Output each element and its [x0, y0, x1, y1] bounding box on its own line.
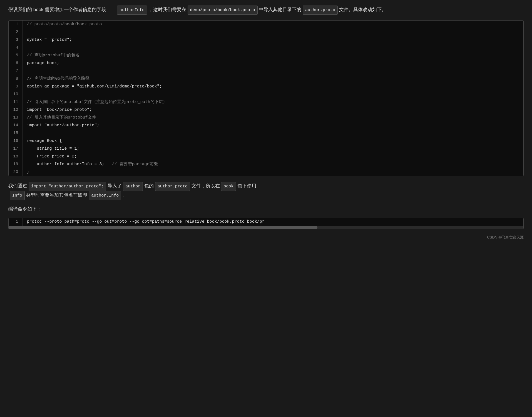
after-code-6: author.Info	[89, 191, 121, 200]
intro-text-4: 文件。具体改动如下。	[339, 7, 386, 12]
after-code-2: author	[123, 182, 143, 191]
table-row: 6package book;	[9, 59, 523, 67]
line-number: 9	[9, 83, 23, 91]
line-code	[23, 91, 523, 98]
line-number: 15	[9, 129, 23, 137]
scrollbar-thumb[interactable]	[9, 226, 317, 229]
table-row: 5// 声明protobuf中的包名	[9, 52, 523, 59]
footer-text: CSDN @飞哥亡命天涯	[487, 235, 524, 239]
line-number: 6	[9, 59, 23, 67]
line-number: 12	[9, 106, 23, 114]
line-code: syntax = "proto3";	[23, 36, 523, 44]
intro-code-1: authorInfo	[117, 6, 147, 15]
line-code	[23, 28, 523, 36]
after-text-7: 类型时需要添加其包名前缀即	[26, 192, 87, 198]
after-code-5: Info	[10, 191, 25, 200]
line-code: // 引入同目录下的protobuf文件（注意起始位置为proto_path的下…	[23, 98, 523, 106]
after-code-1: import "author/author.proto";	[29, 182, 106, 191]
line-number: 16	[9, 137, 23, 145]
table-row: 11// 引入同目录下的protobuf文件（注意起始位置为proto_path…	[9, 98, 523, 106]
table-row: 9option go_package = "github.com/Q1mi/de…	[9, 83, 523, 91]
line-code: option go_package = "github.com/Q1mi/dem…	[23, 83, 523, 91]
intro-text-1: 假设我们的 book 需要增加一个作者信息的字段——	[8, 7, 116, 12]
table-row: 10	[9, 91, 523, 98]
line-code: author.Info authorInfo = 3; // 需要带packag…	[23, 160, 523, 168]
after-code-4: book	[221, 182, 236, 191]
table-row: 14import "author/author.proto";	[9, 122, 523, 129]
line-code: Price price = 2;	[23, 153, 523, 160]
line-code: // 引入其他目录下的protobuf文件	[23, 114, 523, 122]
line-number: 8	[9, 75, 23, 83]
line-code	[23, 44, 523, 52]
code-table-1: 1// proto/proto/book/book.proto23syntax …	[9, 21, 523, 176]
intro-paragraph: 假设我们的 book 需要增加一个作者信息的字段—— authorInfo ，这…	[8, 6, 524, 15]
table-row: 16message Book {	[9, 137, 523, 145]
line-number: 20	[9, 168, 23, 176]
after-text-2: 导入了	[108, 183, 122, 189]
line-number: 1	[9, 218, 23, 226]
intro-text-3: 中导入其他目录下的	[259, 7, 301, 12]
table-row: 18 Price price = 2;	[9, 153, 523, 160]
line-code: protoc --proto_path=proto --go_out=proto…	[23, 218, 523, 226]
line-code	[23, 67, 523, 75]
line-number: 4	[9, 44, 23, 52]
after-text-3: 包的	[144, 183, 154, 189]
table-row: 8// 声明生成的Go代码的导入路径	[9, 75, 523, 83]
table-row: 12import "book/price.proto";	[9, 106, 523, 114]
line-number: 10	[9, 91, 23, 98]
after-code-3: author.proto	[155, 182, 190, 191]
line-number: 1	[9, 21, 23, 28]
line-number: 17	[9, 145, 23, 153]
table-row: 4	[9, 44, 523, 52]
table-row: 19 author.Info authorInfo = 3; // 需要带pac…	[9, 160, 523, 168]
intro-text-2: ，这时我们需要在	[148, 7, 186, 12]
after-paragraph: 我们通过 import "author/author.proto"; 导入了 a…	[8, 182, 524, 200]
after-text-4: 文件，所以在	[192, 183, 220, 189]
table-row: 1// proto/proto/book/book.proto	[9, 21, 523, 28]
intro-code-3: author.proto	[303, 6, 338, 15]
code-block-2: 1protoc --proto_path=proto --go_out=prot…	[8, 218, 524, 229]
line-number: 14	[9, 122, 23, 129]
line-code: string title = 1;	[23, 145, 523, 153]
table-row: 15	[9, 129, 523, 137]
line-code: // 声明protobuf中的包名	[23, 52, 523, 59]
line-number: 2	[9, 28, 23, 36]
horizontal-scrollbar[interactable]	[9, 226, 523, 229]
page-container: 假设我们的 book 需要增加一个作者信息的字段—— authorInfo ，这…	[8, 6, 524, 243]
line-code: package book;	[23, 59, 523, 67]
line-code: // proto/proto/book/book.proto	[23, 21, 523, 28]
line-code	[23, 129, 523, 137]
line-code: // 声明生成的Go代码的导入路径	[23, 75, 523, 83]
table-row: 3syntax = "proto3";	[9, 36, 523, 44]
line-number: 18	[9, 153, 23, 160]
code-table-2: 1protoc --proto_path=proto --go_out=prot…	[9, 218, 523, 226]
after-text-5: 包下使用	[237, 183, 256, 189]
line-number: 11	[9, 98, 23, 106]
line-number: 19	[9, 160, 23, 168]
line-number: 7	[9, 67, 23, 75]
line-number: 13	[9, 114, 23, 122]
table-row: 7	[9, 67, 523, 75]
after-text-1: 我们通过	[8, 183, 27, 189]
line-number: 5	[9, 52, 23, 59]
line-code: message Book {	[23, 137, 523, 145]
compile-title: 编译命令如下：	[8, 206, 524, 212]
table-row: 1protoc --proto_path=proto --go_out=prot…	[9, 218, 523, 226]
line-code: }	[23, 168, 523, 176]
line-number: 3	[9, 36, 23, 44]
table-row: 13// 引入其他目录下的protobuf文件	[9, 114, 523, 122]
table-row: 20}	[9, 168, 523, 176]
intro-code-2: demo/proto/book/book.proto	[188, 6, 258, 15]
line-code: import "book/price.proto";	[23, 106, 523, 114]
after-text-8: 。	[123, 192, 127, 198]
table-row: 2	[9, 28, 523, 36]
code-block-1: 1// proto/proto/book/book.proto23syntax …	[8, 20, 524, 176]
table-row: 17 string title = 1;	[9, 145, 523, 153]
line-code: import "author/author.proto";	[23, 122, 523, 129]
footer: CSDN @飞哥亡命天涯	[8, 235, 524, 243]
